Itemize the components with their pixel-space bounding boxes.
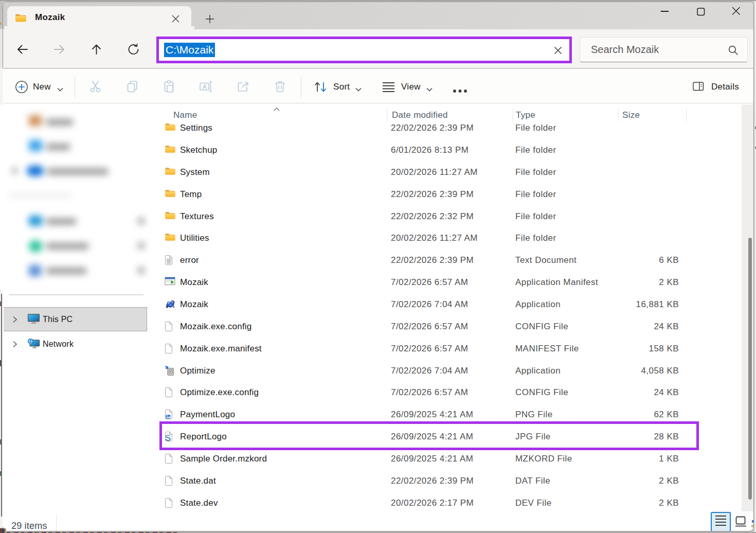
svg-text:A: A xyxy=(203,83,207,91)
